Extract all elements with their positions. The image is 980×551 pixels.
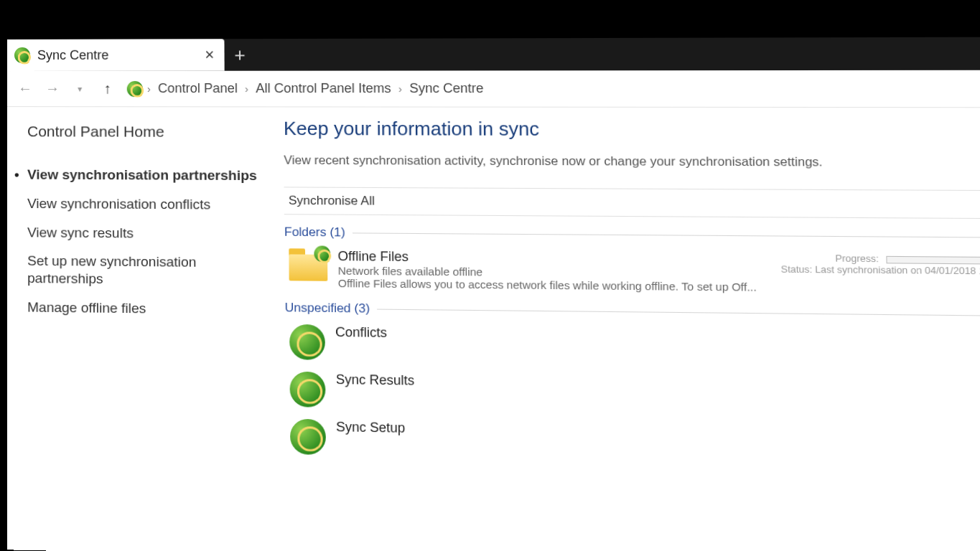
breadcrumb: › Control Panel › All Control Panel Item… <box>123 80 487 98</box>
group-header-folders[interactable]: Folders (1) <box>284 225 980 245</box>
nav-up-button[interactable]: ↑ <box>95 76 119 100</box>
navbar: ← → ▾ ↑ › Control Panel › All Control Pa… <box>7 70 980 108</box>
page-title: Keep your information in sync <box>284 118 980 142</box>
progress-label: Progress: <box>835 253 879 264</box>
body: Control Panel Home View synchronisation … <box>7 107 980 551</box>
nav-forward-button[interactable]: → <box>40 76 65 100</box>
sidebar-item-view-results[interactable]: View sync results <box>27 218 263 249</box>
item-name: Sync Results <box>336 372 415 389</box>
sync-icon <box>290 419 326 455</box>
chevron-right-icon: › <box>245 83 248 94</box>
page-description: View recent synchronisation activity, sy… <box>284 154 980 171</box>
item-name: Conflicts <box>335 325 387 341</box>
group-header-label: Folders (1) <box>284 225 345 240</box>
sidebar-item-view-partnerships[interactable]: View synchronisation partnerships <box>27 160 263 190</box>
item-status: Progress: Status: Last synchronisation o… <box>780 252 980 276</box>
sync-icon <box>289 324 325 360</box>
sync-icon <box>127 80 143 96</box>
chevron-right-icon: › <box>398 83 402 94</box>
main-panel: Keep your information in sync View recen… <box>276 107 980 551</box>
sync-centre-window: Sync Centre × + ← → ▾ ↑ › Control Panel … <box>7 37 980 551</box>
sync-icon <box>289 372 325 408</box>
nav-recent-dropdown[interactable]: ▾ <box>67 76 92 100</box>
titlebar: Sync Centre × + <box>7 37 980 71</box>
list-item-offline-files[interactable]: Offline Files Network files available of… <box>284 244 980 303</box>
sidebar-item-setup-partnerships[interactable]: Set up new synchronisation partnerships <box>27 247 264 295</box>
group-header-label: Unspecified (3) <box>285 301 370 316</box>
crumb-all-items[interactable]: All Control Panel Items <box>253 80 394 98</box>
crumb-sync-centre[interactable]: Sync Centre <box>406 80 487 98</box>
item-text: Offline Files Network files available of… <box>337 249 757 293</box>
nav-back-button[interactable]: ← <box>13 76 37 100</box>
crumb-control-panel[interactable]: Control Panel <box>155 80 241 98</box>
tab-sync-centre[interactable]: Sync Centre × <box>7 39 225 71</box>
status-value: Last synchronisation on 04/01/2018 15:02 <box>815 264 980 277</box>
synchronise-all-button[interactable]: Synchronise All <box>289 194 375 208</box>
item-name: Sync Setup <box>336 420 405 436</box>
progress-bar <box>886 255 980 264</box>
chevron-right-icon: › <box>147 83 151 94</box>
divider <box>353 232 980 237</box>
sidebar-home-link[interactable]: Control Panel Home <box>27 123 263 141</box>
close-icon[interactable]: × <box>205 45 214 64</box>
sidebar-item-view-conflicts[interactable]: View synchronisation conflicts <box>27 189 263 220</box>
toolbar: Synchronise All <box>284 187 980 219</box>
status-label: Status: <box>781 263 813 275</box>
folder-icon <box>289 248 327 281</box>
list-item-sync-setup[interactable]: Sync Setup <box>286 414 980 474</box>
tab-title: Sync Centre <box>37 47 109 62</box>
divider <box>377 309 980 316</box>
group-header-unspecified[interactable]: Unspecified (3) <box>285 301 980 323</box>
new-tab-button[interactable]: + <box>224 39 255 71</box>
sync-icon <box>314 245 330 262</box>
sidebar-item-manage-offline[interactable]: Manage offline files <box>27 293 264 324</box>
sidebar: Control Panel Home View synchronisation … <box>7 107 279 551</box>
sync-icon <box>14 47 30 63</box>
